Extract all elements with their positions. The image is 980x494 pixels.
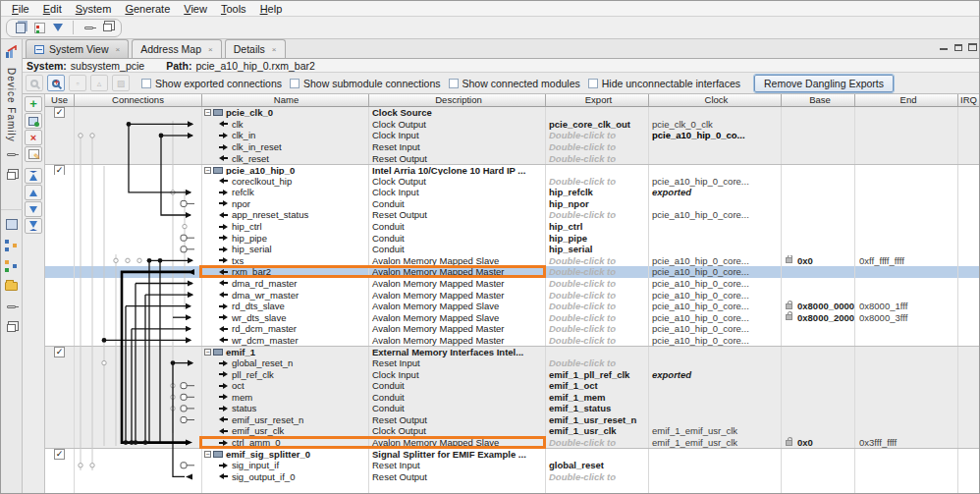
clock-cell[interactable] [649,357,782,369]
export-cell[interactable] [546,107,649,119]
clock-cell[interactable]: pcie_a10_hip_0_core... [649,278,782,290]
checkbox-box[interactable] [449,79,459,88]
collapse-icon[interactable]: − [204,451,211,458]
device-family-tab[interactable]: Device Family [6,68,17,142]
move-up-icon[interactable] [25,185,42,200]
end-cell[interactable] [855,380,958,392]
name-cell[interactable]: sig_input_if [202,460,369,471]
name-cell[interactable]: emif_usr_reset_n [202,414,369,426]
clock-cell[interactable] [649,449,782,460]
base-cell[interactable] [782,391,855,403]
name-cell[interactable]: clk_in_reset [202,141,369,153]
name-cell[interactable]: hip_serial [202,244,369,255]
export-cell[interactable]: emif_1_oct [546,380,649,392]
base-cell[interactable] [782,107,855,119]
export-cell[interactable]: Double-click to [546,311,649,323]
end-cell[interactable]: 0x8000_1fff [855,301,958,312]
export-cell[interactable]: emif_1_usr_clk [546,425,649,437]
end-cell[interactable] [855,368,958,380]
export-cell[interactable]: hip_pipe [546,232,649,244]
checkbox-show-submodule-connections[interactable]: Show submodule connections [290,78,441,89]
base-cell[interactable] [782,209,855,221]
base-cell[interactable] [782,357,855,369]
collapse-icon[interactable]: − [204,349,211,356]
base-cell[interactable] [782,119,855,131]
clock-cell[interactable] [649,471,782,483]
end-cell[interactable] [855,403,958,414]
hierarchy-icon[interactable] [4,238,20,253]
end-cell[interactable] [855,449,958,460]
clock-cell[interactable] [649,165,782,176]
end-cell[interactable] [855,107,958,119]
clock-cell[interactable]: pcie_clk_0_clk [649,119,782,131]
collapse-icon[interactable]: − [204,109,211,116]
end-cell[interactable] [855,289,958,301]
use-checkbox[interactable]: ✓ [54,165,65,176]
clock-cell[interactable] [649,460,782,471]
maximize-icon[interactable] [968,42,977,51]
column-header-clock[interactable]: Clock [649,94,782,106]
restore-icon[interactable] [4,320,20,336]
export-cell[interactable]: Double-click to [546,301,649,312]
checkbox-show-exported-connections[interactable]: Show exported connections [141,78,282,89]
float-icon[interactable] [953,42,962,51]
export-cell[interactable]: Double-click to [546,255,649,267]
end-cell[interactable] [855,209,958,221]
cascade-windows-icon[interactable] [100,21,114,34]
base-cell[interactable] [782,232,855,244]
name-cell[interactable]: refclk [202,187,369,198]
use-checkbox[interactable]: ✓ [54,347,65,357]
end-cell[interactable] [855,221,958,233]
clock-cell[interactable]: pcie_a10_hip_0_co... [649,130,782,141]
export-cell[interactable]: Double-click to [546,152,649,164]
end-cell[interactable] [855,232,958,244]
name-cell[interactable]: −pcie_clk_0 [202,107,369,119]
copy-system-icon[interactable] [14,21,27,34]
move-bottom-icon[interactable] [25,218,42,234]
clock-cell[interactable] [649,141,782,153]
menu-item-edit[interactable]: Edit [36,2,69,16]
base-cell[interactable] [782,266,855,278]
validate-icon[interactable] [32,21,46,34]
collapse-icon[interactable]: − [204,167,211,174]
clock-cell[interactable] [649,380,782,392]
base-cell[interactable] [782,347,855,357]
end-cell[interactable] [855,187,958,198]
base-cell[interactable] [782,130,855,141]
end-cell[interactable] [855,165,958,176]
export-cell[interactable]: global_reset [546,460,649,471]
base-cell[interactable] [782,368,855,380]
base-cell[interactable] [782,187,855,198]
name-cell[interactable]: wr_dcm_master [202,335,369,347]
export-cell[interactable]: hip_npor [546,198,649,210]
base-cell[interactable] [782,335,855,347]
clock-cell[interactable] [649,414,782,426]
base-cell[interactable] [782,141,855,153]
end-cell[interactable] [855,347,958,357]
menu-item-system[interactable]: System [69,2,119,16]
base-cell[interactable] [782,323,855,335]
duplicate-icon[interactable] [25,113,42,129]
name-cell[interactable]: npor [202,198,369,210]
tab-close-icon[interactable]: × [272,45,277,54]
end-cell[interactable] [855,323,958,335]
export-cell[interactable]: emif_1_status [546,403,649,414]
name-cell[interactable]: sig_output_if_0 [202,471,369,483]
connections-diagram[interactable] [75,107,202,494]
menu-item-file[interactable]: File [5,2,36,16]
end-cell[interactable]: 0x3fff_ffff [855,437,958,449]
column-header-connections[interactable]: Connections [75,94,202,106]
base-cell[interactable] [782,449,855,460]
end-cell[interactable] [855,391,958,403]
export-cell[interactable]: Double-click to [546,130,649,141]
name-cell[interactable]: hip_pipe [202,232,369,244]
base-cell[interactable] [782,198,855,210]
end-cell[interactable] [855,471,958,483]
clock-cell[interactable]: pcie_a10_hip_0_core... [649,311,782,323]
export-cell[interactable]: Double-click to [546,289,649,301]
clock-cell[interactable] [649,244,782,255]
remove-icon[interactable]: × [25,130,42,145]
base-cell[interactable] [782,278,855,290]
end-cell[interactable] [855,244,958,255]
clock-cell[interactable] [649,403,782,414]
